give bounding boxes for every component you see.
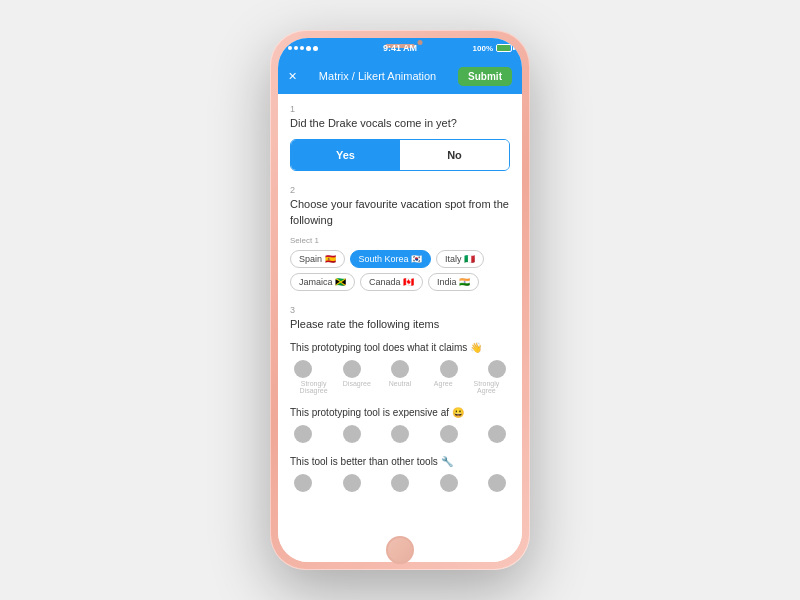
likert-1-labels: Strongly Disagree Disagree Neutral Agree… bbox=[290, 378, 510, 394]
likert-1-dot-4[interactable] bbox=[440, 360, 458, 378]
select-hint: Select 1 bbox=[290, 236, 510, 245]
likert-2-dot-5[interactable] bbox=[488, 425, 506, 443]
likert-3-dot-5[interactable] bbox=[488, 474, 506, 492]
toggle-yes[interactable]: Yes bbox=[291, 140, 400, 170]
question-3: 3 Please rate the following items This p… bbox=[290, 305, 510, 491]
question-2-number: 2 bbox=[290, 185, 510, 195]
signal-dot-4 bbox=[306, 46, 311, 51]
chip-canada[interactable]: Canada 🇨🇦 bbox=[360, 273, 423, 291]
battery-fill bbox=[497, 45, 510, 51]
likert-3-dot-3[interactable] bbox=[391, 474, 409, 492]
likert-2-scale[interactable] bbox=[290, 425, 510, 443]
toggle-no[interactable]: No bbox=[400, 140, 509, 170]
question-1-text: Did the Drake vocals come in yet? bbox=[290, 116, 510, 131]
likert-item-1: This prototyping tool does what it claim… bbox=[290, 341, 510, 394]
nav-bar: ✕ Matrix / Likert Animation Submit bbox=[278, 58, 522, 94]
phone-frame: 9:41 AM 100% ✕ Matrix / Likert Animation… bbox=[270, 30, 530, 570]
label-strongly-agree: Strongly Agree bbox=[465, 380, 508, 394]
battery-percent: 100% bbox=[473, 44, 493, 53]
status-time: 9:41 AM bbox=[383, 43, 417, 53]
likert-1-dot-1[interactable] bbox=[294, 360, 312, 378]
home-button[interactable] bbox=[386, 536, 414, 564]
chip-spain[interactable]: Spain 🇪🇸 bbox=[290, 250, 345, 268]
signal-dot-2 bbox=[294, 46, 298, 50]
phone-camera bbox=[418, 40, 423, 45]
signal-dot-3 bbox=[300, 46, 304, 50]
likert-item-2: This prototyping tool is expensive af 😀 bbox=[290, 406, 510, 443]
likert-1-scale[interactable] bbox=[290, 360, 510, 378]
survey-scroll-area[interactable]: 1 Did the Drake vocals come in yet? Yes … bbox=[278, 94, 522, 562]
close-icon: ✕ bbox=[288, 70, 297, 83]
status-battery-area: 100% bbox=[473, 44, 512, 53]
submit-button[interactable]: Submit bbox=[458, 67, 512, 86]
status-bar: 9:41 AM 100% bbox=[278, 38, 522, 58]
question-1: 1 Did the Drake vocals come in yet? Yes … bbox=[290, 104, 510, 171]
question-3-text: Please rate the following items bbox=[290, 317, 510, 332]
yes-no-toggle[interactable]: Yes No bbox=[290, 139, 510, 171]
signal-dot-1 bbox=[288, 46, 292, 50]
likert-3-dot-4[interactable] bbox=[440, 474, 458, 492]
likert-2-dot-4[interactable] bbox=[440, 425, 458, 443]
question-1-number: 1 bbox=[290, 104, 510, 114]
status-signal bbox=[288, 46, 318, 51]
chip-india[interactable]: India 🇮🇳 bbox=[428, 273, 479, 291]
likert-2-dot-1[interactable] bbox=[294, 425, 312, 443]
chip-italy[interactable]: Italy 🇮🇹 bbox=[436, 250, 484, 268]
likert-3-dot-1[interactable] bbox=[294, 474, 312, 492]
label-agree: Agree bbox=[422, 380, 465, 394]
label-disagree: Disagree bbox=[335, 380, 378, 394]
question-2: 2 Choose your favourite vacation spot fr… bbox=[290, 185, 510, 291]
likert-3-text: This tool is better than other tools 🔧 bbox=[290, 455, 510, 468]
close-button[interactable]: ✕ bbox=[288, 70, 297, 83]
likert-1-text: This prototyping tool does what it claim… bbox=[290, 341, 510, 354]
question-2-text: Choose your favourite vacation spot from… bbox=[290, 197, 510, 228]
label-strongly-disagree: Strongly Disagree bbox=[292, 380, 335, 394]
battery-icon bbox=[496, 44, 512, 52]
chip-south-korea[interactable]: South Korea 🇰🇷 bbox=[350, 250, 432, 268]
likert-2-text: This prototyping tool is expensive af 😀 bbox=[290, 406, 510, 419]
country-chips: Spain 🇪🇸 South Korea 🇰🇷 Italy 🇮🇹 Jamaica… bbox=[290, 250, 510, 291]
likert-3-scale[interactable] bbox=[290, 474, 510, 492]
chip-jamaica[interactable]: Jamaica 🇯🇲 bbox=[290, 273, 355, 291]
likert-1-dot-5[interactable] bbox=[488, 360, 506, 378]
phone-screen: 9:41 AM 100% ✕ Matrix / Likert Animation… bbox=[278, 38, 522, 562]
likert-1-dot-2[interactable] bbox=[343, 360, 361, 378]
likert-2-dot-2[interactable] bbox=[343, 425, 361, 443]
question-3-number: 3 bbox=[290, 305, 510, 315]
likert-1-dot-3[interactable] bbox=[391, 360, 409, 378]
signal-dot-5 bbox=[313, 46, 318, 51]
likert-item-3: This tool is better than other tools 🔧 bbox=[290, 455, 510, 492]
likert-2-dot-3[interactable] bbox=[391, 425, 409, 443]
likert-3-dot-2[interactable] bbox=[343, 474, 361, 492]
nav-title: Matrix / Likert Animation bbox=[319, 70, 436, 82]
label-neutral: Neutral bbox=[378, 380, 421, 394]
